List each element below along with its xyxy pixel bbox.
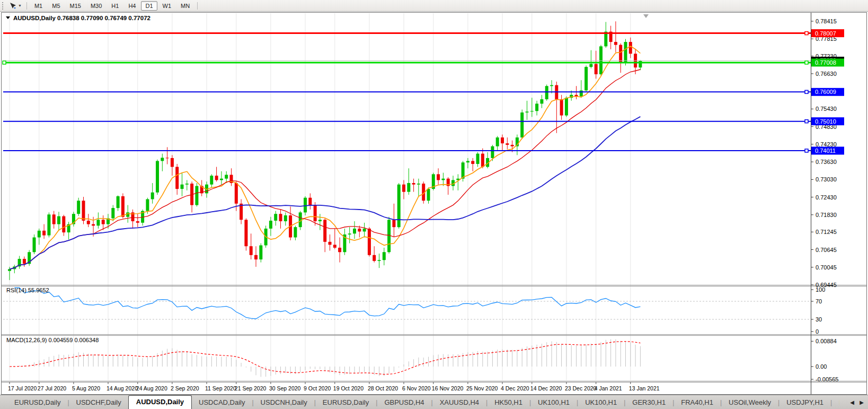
price-tick-label: 0.75430 [816, 106, 837, 112]
tab-fra40-h1[interactable]: FRA40,H1 [674, 396, 720, 409]
candle-body [565, 98, 568, 115]
candle-body [161, 158, 164, 161]
candle-body [250, 246, 253, 255]
tab-xauusd-h4[interactable]: XAUUSD,H4 [433, 396, 486, 409]
trading-terminal-window: { "toolbar": { "cursor_tool": "cursor-to… [0, 0, 868, 409]
toolbar-grip[interactable] [2, 2, 5, 10]
date-tick-label: 4 Jan 2021 [595, 385, 622, 391]
candle-body [111, 208, 114, 218]
tab-usdcad-daily[interactable]: USDCAD,Daily [192, 396, 252, 409]
timeframe-button-mn[interactable]: MN [176, 1, 194, 11]
candle-body [407, 183, 410, 192]
cursor-tool-icon[interactable] [8, 2, 17, 10]
date-tick-label: 11 Sep 2020 [205, 385, 236, 391]
date-tick-label: 28 Oct 2020 [368, 385, 398, 391]
candle-body [348, 233, 351, 234]
candle-body [126, 212, 129, 216]
tab-usoil-weekly[interactable]: USOil,Weekly [722, 396, 778, 409]
candle-body [333, 245, 336, 248]
price-tick-label: 0.71830 [816, 212, 837, 218]
price-tick-label: 0.73630 [816, 159, 837, 165]
timeframe-button-m1[interactable]: M1 [30, 1, 47, 11]
price-badge-label: 0.76009 [815, 89, 836, 95]
candle-body [215, 176, 218, 180]
timeframe-button-m30[interactable]: M30 [86, 1, 106, 11]
timeframe-button-w1[interactable]: W1 [158, 1, 176, 11]
candle-body [8, 269, 11, 271]
date-tick-label: 13 Jan 2021 [629, 385, 660, 391]
candle-body [146, 199, 149, 211]
tab-eurusd-daily[interactable]: EURUSD,Daily [7, 396, 67, 409]
tab-usdjpy-h1[interactable]: USDJPY,H1 [780, 396, 830, 409]
date-tick-label: 9 Oct 2020 [304, 385, 331, 391]
candle-body [589, 64, 592, 67]
price-tick-label: 0.72430 [816, 194, 837, 201]
date-tick-label: 4 Dec 2020 [501, 385, 529, 391]
tab-dj30-daily[interactable]: DJ30,Daily [832, 396, 839, 409]
candle-body [383, 252, 386, 260]
candle-body [481, 154, 484, 167]
price-tick-label: 0.73030 [816, 176, 837, 182]
chart-canvas[interactable]: 0.784150.778150.772300.766300.754300.748… [0, 0, 868, 409]
tab-scroll-left-icon[interactable]: ◀ [850, 399, 854, 405]
date-tick-label: 14 Aug 2020 [107, 385, 138, 391]
price-tick-label: 0.70045 [816, 264, 837, 271]
candle-body [279, 214, 282, 221]
tab-ger30-h1[interactable]: GER30,H1 [625, 396, 672, 409]
candle-body [92, 224, 95, 226]
candle-body [550, 85, 553, 86]
candle-body [195, 186, 198, 205]
cursor-tool-dropdown-icon[interactable]: ▼ [18, 4, 22, 7]
line-handle[interactable] [805, 149, 808, 152]
candle-body [530, 111, 534, 111]
date-tick-label: 23 Dec 2020 [565, 385, 597, 391]
timeframe-button-m15[interactable]: M15 [66, 1, 85, 11]
candle-body [314, 205, 317, 221]
price-tick-label: 0.78415 [816, 18, 837, 24]
tab-eurusd-daily[interactable]: EURUSD,Daily [316, 396, 376, 409]
rsi-level-label: 0 [816, 328, 819, 335]
line-handle[interactable] [805, 32, 808, 35]
candle-body [47, 214, 50, 235]
candle-body [244, 220, 247, 246]
candle-body [329, 242, 332, 245]
chart-title: AUDUSD,Daily 0.76838 0.77090 0.76749 0.7… [13, 15, 150, 21]
date-tick-label: 21 Sep 2020 [235, 385, 267, 391]
tab-usdchf-daily[interactable]: USDCHF,Daily [69, 396, 128, 409]
tab-audusd-daily[interactable]: AUDUSD,Daily [128, 395, 192, 409]
candle-body [560, 99, 563, 115]
tab-gbpusd-h4[interactable]: GBPUSD,H4 [377, 396, 431, 409]
date-tick-label: 5 Aug 2020 [72, 385, 100, 391]
line-handle[interactable] [805, 61, 808, 64]
candle-body [412, 183, 415, 185]
candle-body [614, 42, 617, 45]
price-tick-label: 0.70645 [816, 247, 837, 253]
candle-body [210, 176, 213, 185]
candle-body [259, 246, 262, 260]
candle-body [338, 248, 341, 252]
tab-scroll-right-icon[interactable]: ▶ [860, 399, 864, 405]
rsi-level-label: 100 [816, 286, 825, 293]
tab-usdcnh-daily[interactable]: USDCNH,Daily [254, 396, 314, 409]
tab-uk100-h1[interactable]: UK100,H1 [531, 396, 577, 409]
line-handle[interactable] [805, 90, 808, 93]
candle-body [42, 231, 46, 236]
candle-body [181, 185, 184, 189]
timeframe-button-h1[interactable]: H1 [107, 1, 123, 11]
tab-hk50-h1[interactable]: HK50,H1 [488, 396, 529, 409]
timeframe-button-h4[interactable]: H4 [124, 1, 140, 11]
candle-body [501, 137, 504, 143]
date-tick-label: 17 Jul 2020 [8, 385, 37, 391]
price-badge-label: 0.77008 [815, 59, 836, 66]
price-badge-label: 0.78007 [815, 30, 836, 37]
candle-body [619, 45, 622, 63]
timeframe-button-d1[interactable]: D1 [141, 1, 157, 11]
date-tick-label: 6 Nov 2020 [402, 385, 431, 391]
candle-body [584, 67, 588, 90]
line-handle[interactable] [805, 120, 808, 123]
timeframe-button-m5[interactable]: M5 [48, 1, 64, 11]
candle-body [491, 146, 494, 158]
candle-body [52, 214, 56, 224]
line-handle[interactable] [3, 61, 6, 64]
tab-uk100-h1[interactable]: UK100,H1 [578, 396, 624, 409]
